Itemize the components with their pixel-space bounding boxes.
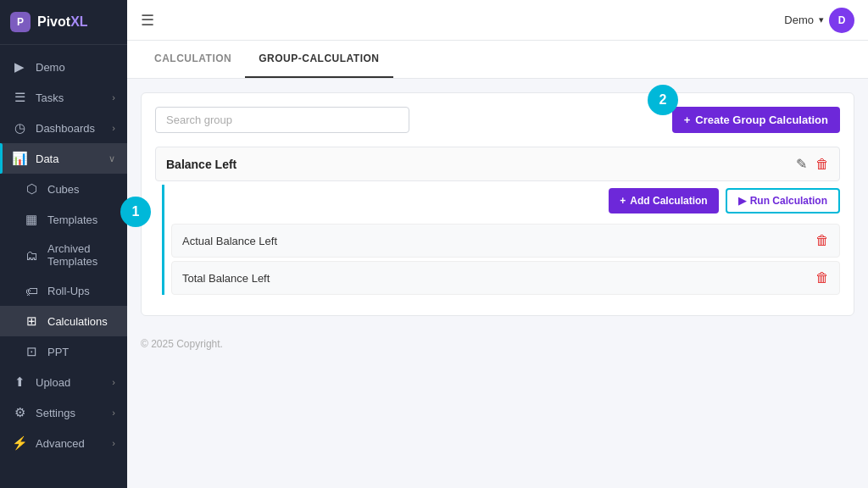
run-calc-label: Run Calculation (750, 195, 827, 207)
sidebar-item-demo[interactable]: ▶ Demo (0, 52, 127, 82)
plus-icon: + (620, 195, 626, 207)
avatar: D (829, 8, 854, 33)
delete-calc-icon[interactable]: 🗑 (815, 233, 829, 248)
chevron-icon: › (112, 92, 115, 103)
user-label: Demo (784, 14, 814, 26)
add-calculation-button[interactable]: + Add Calculation (609, 188, 718, 214)
topbar-right: Demo ▾ D (784, 8, 854, 33)
sidebar-item-label: Data (36, 152, 58, 165)
chevron-icon: › (112, 408, 115, 418)
sidebar-item-label: Archived Templates (47, 242, 115, 268)
footer-text: © 2025 Copyright. (141, 338, 223, 350)
sidebar-item-settings[interactable]: ⚙ Settings › (0, 397, 127, 428)
sidebar-item-cubes[interactable]: ⬡ Cubes (0, 174, 127, 204)
sidebar-item-label: Templates (47, 214, 97, 226)
tasks-icon: ☰ (12, 90, 27, 105)
group-title: Balance Left (166, 158, 236, 171)
sidebar-item-label: Cubes (47, 183, 80, 196)
sidebar-item-label: Advanced (36, 437, 85, 450)
chevron-icon: ∨ (108, 153, 115, 164)
main-panel: + Create Group Calculation Balance Left … (141, 92, 854, 316)
footer: © 2025 Copyright. (127, 330, 868, 358)
tab-group-calculation[interactable]: GROUP-CALCULATION (245, 41, 392, 78)
sidebar-item-dashboards[interactable]: ◷ Dashboards › (0, 113, 127, 143)
plus-icon: + (684, 114, 691, 126)
sidebar-item-rollups[interactable]: 🏷 Roll-Ups (0, 275, 127, 306)
demo-icon: ▶ (12, 59, 27, 75)
templates-icon: ▦ (24, 212, 39, 227)
calc-item: Actual Balance Left 🗑 (171, 224, 840, 258)
tab-bar: CALCULATION GROUP-CALCULATION (127, 41, 868, 79)
advanced-icon: ⚡ (12, 435, 27, 451)
sidebar-item-templates[interactable]: ▦ Templates (0, 204, 127, 235)
sidebar-item-label: Dashboards (36, 122, 95, 135)
rollups-icon: 🏷 (24, 283, 39, 298)
group-actions: ✎ 🗑 (796, 156, 829, 172)
edit-icon[interactable]: ✎ (796, 156, 807, 172)
tab-calculation[interactable]: CALCULATION (141, 41, 245, 78)
logo-icon: P (10, 12, 31, 32)
sidebar-item-ppt[interactable]: ⊡ PPT (0, 336, 127, 367)
calculations-icon: ⊞ (24, 313, 39, 329)
chevron-icon: › (112, 377, 115, 387)
sidebar-item-tasks[interactable]: ☰ Tasks › (0, 82, 127, 113)
archived-icon: 🗂 (24, 247, 39, 263)
calc-item: Total Balance Left 🗑 (171, 261, 840, 295)
ppt-icon: ⊡ (24, 344, 39, 359)
panel-header: + Create Group Calculation (155, 107, 840, 133)
sidebar-item-label: Upload (36, 376, 70, 389)
sidebar-item-label: Calculations (47, 315, 108, 328)
add-calc-label: Add Calculation (630, 195, 707, 207)
group-row: Balance Left ✎ 🗑 (155, 147, 840, 181)
calc-actions-bar: + Add Calculation ▶ Run Calculation (171, 185, 840, 217)
sidebar: P PivotXL ▶ Demo ☰ Tasks › ◷ Dashboards … (0, 0, 127, 488)
run-calculation-button[interactable]: ▶ Run Calculation (726, 188, 840, 214)
sidebar-item-upload[interactable]: ⬆ Upload › (0, 367, 127, 397)
content-area: CALCULATION GROUP-CALCULATION + Create G… (127, 41, 868, 488)
chevron-icon: › (112, 123, 115, 133)
sidebar-item-label: Demo (36, 61, 65, 74)
sidebar-item-calculations[interactable]: ⊞ Calculations (0, 306, 127, 336)
create-group-calculation-button[interactable]: + Create Group Calculation (672, 107, 840, 133)
chevron-down-icon: ▾ (819, 14, 824, 25)
upload-icon: ⬆ (12, 374, 27, 390)
settings-icon: ⚙ (12, 405, 27, 420)
sidebar-item-label: Roll-Ups (47, 285, 90, 297)
data-icon: 📊 (12, 151, 27, 166)
user-menu[interactable]: Demo ▾ D (784, 8, 854, 33)
delete-calc-icon[interactable]: 🗑 (815, 270, 829, 286)
logo: P PivotXL (0, 0, 127, 45)
cubes-icon: ⬡ (24, 181, 39, 197)
topbar: ☰ Demo ▾ D (127, 0, 868, 41)
calc-item-name: Total Balance Left (182, 272, 270, 285)
calculations-area: + Add Calculation ▶ Run Calculation Actu… (162, 185, 840, 295)
play-icon: ▶ (738, 195, 746, 207)
sidebar-item-data[interactable]: 📊 Data ∨ (0, 143, 127, 174)
sidebar-nav: ▶ Demo ☰ Tasks › ◷ Dashboards › 📊 Data (0, 45, 127, 488)
sidebar-item-label: PPT (47, 346, 69, 358)
delete-icon[interactable]: 🗑 (815, 157, 829, 172)
dashboards-icon: ◷ (12, 120, 27, 136)
chevron-icon: › (112, 438, 115, 448)
calc-item-name: Actual Balance Left (182, 235, 277, 247)
sidebar-item-advanced[interactable]: ⚡ Advanced › (0, 428, 127, 458)
menu-icon[interactable]: ☰ (141, 11, 154, 30)
sidebar-item-archived[interactable]: 🗂 Archived Templates (0, 235, 127, 275)
main-content: ☰ Demo ▾ D CALCULATION GROUP-CALCULATION… (127, 0, 868, 488)
search-input[interactable] (155, 107, 409, 133)
create-group-label: Create Group Calculation (695, 114, 828, 126)
logo-text: PivotXL (37, 14, 88, 30)
sidebar-item-label: Tasks (36, 92, 64, 104)
sidebar-item-label: Settings (36, 407, 75, 419)
